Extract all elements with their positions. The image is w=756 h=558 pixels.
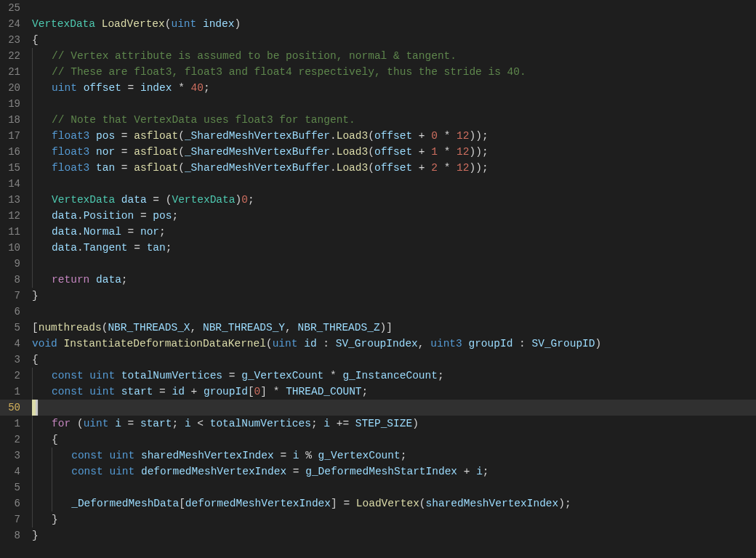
token-def [115, 386, 121, 397]
code-line[interactable]: 25 [0, 0, 756, 16]
code-line[interactable]: 5 [0, 480, 756, 496]
indent-guide [32, 384, 52, 400]
token-var: id [172, 386, 184, 397]
code-line[interactable]: 7 } [0, 512, 756, 527]
code-line[interactable]: 5[numthreads(NBR_THREADS_X, NBR_THREADS_… [0, 320, 756, 336]
token-def [134, 450, 141, 461]
code-line[interactable]: 14 [0, 176, 756, 192]
code-content[interactable]: } [25, 527, 756, 543]
code-content[interactable]: void InstantiateDeformationDataKernel(ui… [25, 336, 756, 352]
code-line[interactable]: 3{ [0, 352, 756, 368]
code-line[interactable]: 12 data.Position = pos; [0, 208, 756, 224]
code-line[interactable]: 6 [0, 304, 756, 320]
code-line[interactable]: 2 const uint totalNumVertices = g_Vertex… [0, 368, 756, 384]
code-line[interactable]: 2 { [0, 432, 756, 448]
code-line[interactable]: 3 const uint sharedMeshVertexIndex = i %… [0, 448, 756, 464]
code-content[interactable]: data.Position = pos; [25, 208, 756, 224]
code-line[interactable]: 50 [0, 400, 756, 416]
code-line[interactable]: 20 uint offset = index * 40; [0, 80, 756, 96]
code-content[interactable]: { [25, 352, 756, 368]
indent-guide [32, 96, 52, 112]
code-line[interactable]: 4void InstantiateDeformationDataKernel(u… [0, 336, 756, 352]
line-number: 4 [0, 464, 25, 480]
code-line[interactable]: 24VertexData LoadVertex(uint index) [0, 16, 756, 32]
code-line[interactable]: 18 // Note that VertexData uses float3 f… [0, 112, 756, 128]
token-punc: ( [266, 338, 273, 349]
code-content[interactable]: [numthreads(NBR_THREADS_X, NBR_THREADS_Y… [25, 320, 756, 336]
code-content[interactable]: // Vertex attribute is assumed to be pos… [25, 48, 756, 64]
code-line[interactable]: 8 return data; [0, 272, 756, 288]
code-content[interactable]: { [25, 32, 756, 48]
code-content[interactable] [25, 96, 756, 112]
token-type: void [32, 338, 57, 349]
code-content[interactable]: data.Normal = nor; [25, 224, 756, 240]
code-content[interactable]: } [25, 288, 756, 304]
code-line[interactable]: 19 [0, 96, 756, 112]
code-line[interactable]: 8} [0, 527, 756, 543]
code-content[interactable] [25, 480, 756, 496]
code-line[interactable]: 21 // These are float3, float3 and float… [0, 64, 756, 80]
code-line[interactable]: 22 // Vertex attribute is assumed to be … [0, 48, 756, 64]
line-number: 23 [0, 32, 25, 48]
code-content[interactable]: VertexData LoadVertex(uint index) [25, 16, 756, 32]
code-line[interactable]: 17 float3 pos = asfloat(_SharedMeshVerte… [0, 128, 756, 144]
token-punc: , [418, 338, 430, 349]
line-number: 7 [0, 512, 25, 527]
line-number: 50 [0, 400, 25, 416]
code-content[interactable]: const uint deformedMeshVertexIndex = g_D… [25, 464, 756, 480]
code-content[interactable]: const uint sharedMeshVertexIndex = i % g… [25, 448, 756, 464]
code-content[interactable]: { [25, 432, 756, 448]
indent-guide [32, 128, 52, 144]
code-content[interactable]: _DeformedMeshData[deformedMeshVertexInde… [25, 496, 756, 512]
token-def: = [286, 466, 305, 477]
code-line[interactable]: 15 float3 tan = asfloat(_SharedMeshVerte… [0, 160, 756, 176]
token-var: _SharedMeshVertexBuffer [185, 162, 330, 174]
code-line[interactable]: 4 const uint deformedMeshVertexIndex = g… [0, 464, 756, 480]
code-content[interactable]: // Note that VertexData uses float3 for … [25, 112, 756, 128]
token-var: SV_GroupID [531, 338, 595, 349]
code-line[interactable]: 1 const uint start = id + groupId[0] * T… [0, 384, 756, 400]
code-content[interactable] [25, 176, 756, 192]
code-content[interactable] [25, 400, 756, 416]
code-content[interactable]: VertexData data = (VertexData)0; [25, 192, 756, 208]
code-line[interactable]: 7} [0, 288, 756, 304]
line-number: 1 [0, 384, 25, 400]
code-content[interactable]: const uint totalNumVertices = g_VertexCo… [25, 368, 756, 384]
token-punc: , [285, 322, 297, 333]
token-def [77, 82, 84, 94]
code-line[interactable]: 23{ [0, 32, 756, 48]
token-func: Load3 [337, 146, 369, 158]
token-def: + [412, 130, 431, 142]
line-number: 14 [0, 176, 25, 192]
code-content[interactable] [25, 0, 756, 16]
code-content[interactable]: float3 pos = asfloat(_SharedMeshVertexBu… [25, 128, 756, 144]
indent-guide [32, 208, 52, 224]
code-line[interactable]: 13 VertexData data = (VertexData)0; [0, 192, 756, 208]
code-line[interactable]: 16 float3 nor = asfloat(_SharedMeshVerte… [0, 144, 756, 160]
code-line[interactable]: 10 data.Tangent = tan; [0, 240, 756, 256]
code-content[interactable]: return data; [25, 272, 756, 288]
code-content[interactable]: // These are float3, float3 and float4 r… [25, 64, 756, 80]
token-punc: ] [331, 498, 337, 509]
code-line[interactable]: 9 [0, 256, 756, 272]
code-line[interactable]: 11 data.Normal = nor; [0, 224, 756, 240]
line-number: 18 [0, 112, 25, 128]
code-content[interactable] [25, 256, 756, 272]
token-var: i [185, 418, 191, 429]
code-line[interactable]: 6 _DeformedMeshData[deformedMeshVertexIn… [0, 496, 756, 512]
code-editor[interactable]: 2524VertexData LoadVertex(uint index)23{… [0, 0, 756, 558]
code-content[interactable]: const uint start = id + groupId[0] * THR… [25, 384, 756, 400]
code-content[interactable]: data.Tangent = tan; [25, 240, 756, 256]
code-content[interactable] [25, 304, 756, 320]
code-content[interactable]: uint offset = index * 40; [25, 80, 756, 96]
code-content[interactable]: } [25, 512, 756, 527]
code-line[interactable]: 1 for (uint i = start; i < totalNumVerti… [0, 416, 756, 432]
token-var: index [203, 18, 235, 30]
token-def [89, 162, 96, 174]
code-content[interactable]: float3 tan = asfloat(_SharedMeshVertexBu… [25, 160, 756, 176]
token-punc: )); [469, 130, 488, 142]
code-content[interactable]: for (uint i = start; i < totalNumVertice… [25, 416, 756, 432]
code-content[interactable]: float3 nor = asfloat(_SharedMeshVertexBu… [25, 144, 756, 160]
token-var: i [476, 466, 483, 477]
line-number: 12 [0, 208, 25, 224]
